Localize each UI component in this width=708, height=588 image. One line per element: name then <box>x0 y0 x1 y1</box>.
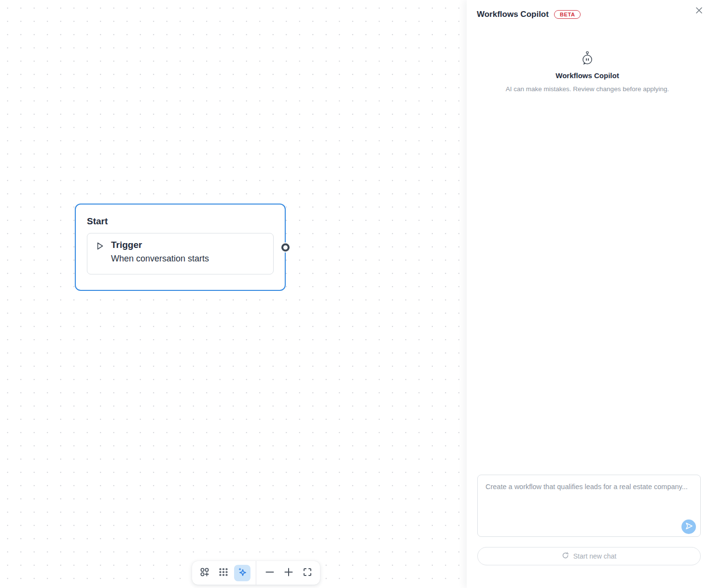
copilot-panel: Workflows Copilot BETA Wor <box>467 0 708 588</box>
composer-area: Start new chat <box>467 475 708 588</box>
add-node-button[interactable] <box>196 565 213 581</box>
start-node-title: Start <box>87 216 274 227</box>
fit-view-button[interactable] <box>299 565 316 581</box>
node-output-handle[interactable] <box>281 243 290 251</box>
start-node[interactable]: Start Trigger When conversation starts <box>75 204 286 291</box>
empty-state-title: Workflows Copilot <box>467 71 708 80</box>
copilot-panel-header: Workflows Copilot BETA <box>467 0 708 19</box>
bot-chat-bubble-icon <box>581 58 594 67</box>
beta-badge: BETA <box>554 10 581 19</box>
add-node-icon <box>199 566 210 579</box>
trigger-card[interactable]: Trigger When conversation starts <box>87 233 274 274</box>
copilot-empty-state: Workflows Copilot AI can make mistakes. … <box>467 50 708 93</box>
minus-icon <box>264 566 276 579</box>
zoom-in-button[interactable] <box>280 565 297 581</box>
workflow-canvas[interactable]: Start Trigger When conversation starts <box>0 0 467 588</box>
sparkles-icon <box>236 566 248 579</box>
send-button[interactable] <box>681 520 696 534</box>
grid-view-button[interactable] <box>215 565 232 581</box>
start-new-chat-label: Start new chat <box>573 552 617 560</box>
trigger-description: When conversation starts <box>111 254 209 264</box>
trigger-label: Trigger <box>111 240 209 250</box>
play-icon <box>95 241 105 253</box>
empty-state-caption: AI can make mistakes. Review changes bef… <box>467 85 708 93</box>
panel-title: Workflows Copilot <box>477 10 549 19</box>
restart-icon <box>562 552 569 561</box>
paper-plane-icon <box>685 522 693 532</box>
start-new-chat-button[interactable]: Start new chat <box>477 547 701 565</box>
fit-view-icon <box>302 566 313 579</box>
plus-icon <box>283 566 294 579</box>
copilot-prompt-input[interactable] <box>477 475 701 537</box>
ai-assistant-button[interactable] <box>234 565 250 581</box>
workflow-builder-app: Start Trigger When conversation starts <box>0 0 708 588</box>
close-panel-button[interactable] <box>693 5 705 17</box>
toolbar-divider <box>256 561 256 585</box>
grid-dots-icon <box>218 566 229 579</box>
zoom-out-button[interactable] <box>262 565 278 581</box>
canvas-toolbar <box>192 561 320 585</box>
close-icon <box>695 7 703 15</box>
